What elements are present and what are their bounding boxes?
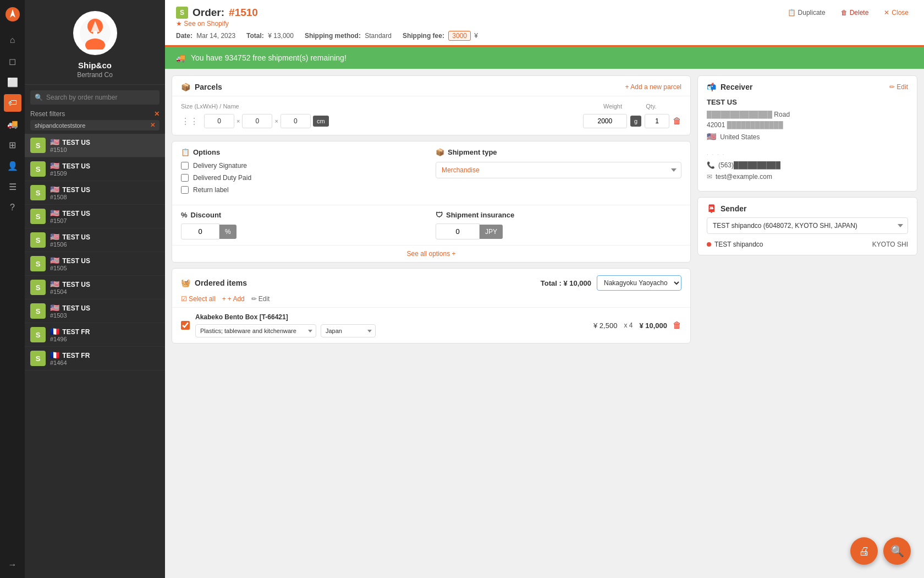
logo-icon[interactable] [5,7,20,24]
order-item-1504[interactable]: S 🇺🇸 TEST US #1504 [25,276,165,299]
discount-insurance-row: % Discount % 🛡 Shipment insurance [172,205,690,245]
see-all-options-link[interactable]: See all options + [172,245,690,262]
list-icon[interactable]: ☰ [4,178,21,195]
grid-icon[interactable]: ⊞ [4,136,21,154]
left-panel: 📦 Parcels + Add a new parcel Size (LxWxH… [172,75,691,343]
add-item-btn[interactable]: + + Add [222,295,245,303]
order-item-1507[interactable]: S 🇺🇸 TEST US #1507 [25,205,165,228]
insurance-title: 🛡 Shipment insurance [436,211,681,219]
order-item-1503[interactable]: S 🇺🇸 TEST US #1503 [25,299,165,323]
delivery-signature-checkbox[interactable] [181,162,189,170]
logout-icon[interactable]: → [4,556,21,574]
address-masked2: ████████████ [727,121,783,129]
receiver-address: ██████████████ Road 42001 ████████████ 🇺… [707,110,908,143]
print-fab-button[interactable]: 🖨 [850,537,878,565]
options-shipment-row: 📋 Options Delivery Signature Delivered D… [172,141,690,205]
shipment-type-title: 📦 Shipment type [436,148,681,156]
parcel-delete-button[interactable]: 🗑 [673,116,681,126]
receiver-card: 📬 Receiver ✏ Edit TEST US ██████████████… [697,75,917,192]
item-delete-button[interactable]: 🗑 [673,320,681,330]
shopify-icon: S [30,280,46,295]
order-item-1496[interactable]: S 🇫🇷 TEST FR #1496 [25,323,165,347]
parcel-drag-handle[interactable]: ⋮⋮ [181,116,199,127]
search-area: 🔍 [25,85,165,108]
item-unit-price: ¥ 2,500 [593,321,617,330]
edit-label: Edit [258,295,270,303]
discount-unit-button[interactable]: % [219,225,237,239]
reset-filters-btn[interactable]: Reset filters [30,110,65,118]
parcels-body: Size (LxWxH) / Name Weight Qty. ⋮⋮ × × [172,96,690,135]
select-all-btn[interactable]: ☑ Select all [181,295,216,303]
home-icon[interactable]: ⌂ [4,31,21,49]
avatar [73,11,117,55]
close-label: Close [892,9,909,17]
discount-input-row: % [181,223,427,239]
dim1-input[interactable] [204,114,234,128]
insurance-input[interactable] [436,223,480,239]
tag-icon[interactable]: 🏷 [4,94,21,112]
order-item-1510[interactable]: S 🇺🇸 TEST US #1510 [25,134,165,157]
return-label-checkbox[interactable] [181,186,189,194]
ordered-items-card: 🧺 Ordered items Total : ¥ 10,000 Nakagyo… [172,268,691,343]
weight-input[interactable] [583,114,627,128]
item-pricing: ¥ 2,500 x 4 ¥ 10,000 [593,321,667,330]
search-input[interactable] [46,94,155,101]
return-label-row: Return label [181,186,427,194]
phone-masked: (563)██████████ [718,160,780,172]
sender-select-wrap: TEST shipandco (6048072, KYOTO SHI, JAPA… [698,217,917,238]
receiver-edit-btn[interactable]: ✏ Edit [889,83,908,91]
ordered-items-total: Total : ¥ 10,000 [541,279,591,287]
item-checkbox[interactable] [181,321,190,330]
size-label: Size (LxWxH) / Name [181,103,588,110]
order-title: S Order: #1510 [176,7,478,19]
order-item-1464[interactable]: S 🇫🇷 TEST FR #1464 [25,347,165,370]
order-num: #1503 [50,312,160,319]
receiver-icon: 📬 [707,83,716,91]
qty-input[interactable] [645,114,669,128]
phone-icon: 📞 [707,160,715,172]
truck-icon[interactable]: 🚚 [4,115,21,133]
insurance-input-row: JPY [436,223,681,239]
insurance-currency-button[interactable]: JPY [480,225,503,239]
receiver-title: 📬 Receiver [707,83,752,91]
delivered-duty-paid-checkbox[interactable] [181,174,189,182]
close-button[interactable]: ✕ Close [879,7,913,19]
box-icon[interactable]: ◻ [4,52,21,70]
item-category-select[interactable]: Plastics; tableware and kitchenware [195,324,316,337]
filter-tag-remove[interactable]: ✕ [150,122,155,129]
order-num: #1507 [50,217,160,224]
dimension-inputs: × × cm [204,114,580,128]
item-row: Akabeko Bento Box [T-66421] Plastics; ta… [172,307,690,343]
dim3-input[interactable] [280,114,311,128]
duplicate-button[interactable]: 📋 Duplicate [783,7,830,19]
order-item-1508[interactable]: S 🇺🇸 TEST US #1508 [25,181,165,205]
people-icon[interactable]: 👤 [4,157,21,175]
see-on-shopify-link[interactable]: See on Shopify [176,20,478,28]
dim-unit: cm [313,116,329,127]
address-masked1: ██████████████ [707,111,772,118]
add-parcel-button[interactable]: + Add a new parcel [625,83,681,91]
delete-button[interactable]: 🗑 Delete [837,7,873,19]
dim2-input[interactable] [242,114,272,128]
item-origin-select[interactable]: Japan [321,324,376,337]
order-name: 🇺🇸 TEST US [50,303,160,312]
order-item-1505[interactable]: S 🇺🇸 TEST US #1505 [25,252,165,276]
order-info: 🇺🇸 TEST US #1508 [50,185,160,200]
order-name: 🇺🇸 TEST US [50,185,160,194]
close-filter-icon[interactable]: ✕ [154,110,160,118]
search-fab-button[interactable]: 🔍 [883,537,911,565]
location-select[interactable]: Nakagyoku Yaoyacho [597,275,681,291]
shipment-type-select[interactable]: Merchandise [436,162,681,178]
order-num: #1509 [50,170,160,177]
edit-items-btn[interactable]: ✏ Edit [251,295,270,303]
order-info: 🇺🇸 TEST US #1504 [50,280,160,295]
question-icon[interactable]: ? [4,199,21,216]
sender-select[interactable]: TEST shipandco (6048072, KYOTO SHI, JAPA… [707,217,908,234]
discount-input[interactable] [181,223,219,239]
order-item-1509[interactable]: S 🇺🇸 TEST US #1509 [25,157,165,181]
date-label: Date: [176,32,193,40]
order-item-1506[interactable]: S 🇺🇸 TEST US #1506 [25,228,165,252]
sidebar: ⌂ ◻ ⬜ 🏷 🚚 ⊞ 👤 ☰ ? → Ship&co Bertrand [0,0,165,578]
order-actions: 📋 Duplicate 🗑 Delete ✕ Close [783,7,913,19]
layers-icon[interactable]: ⬜ [4,73,21,91]
